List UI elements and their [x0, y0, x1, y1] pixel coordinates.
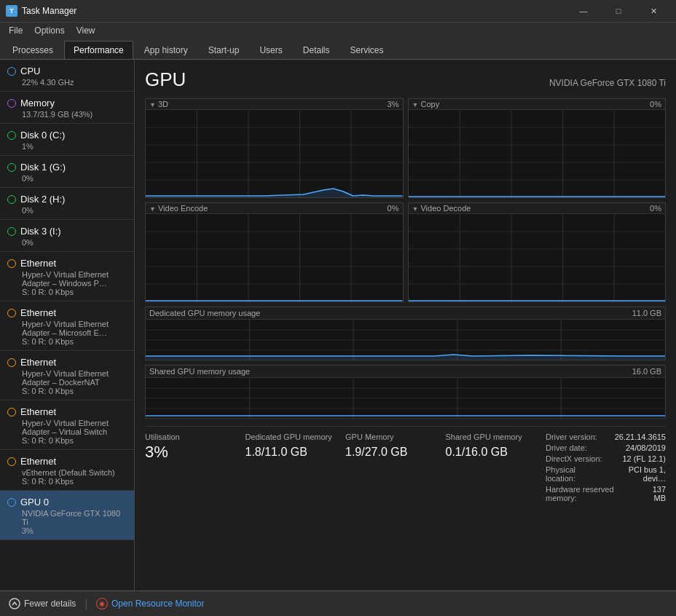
disk3-label: Disk 3 (I:) — [20, 226, 61, 237]
tab-processes[interactable]: Processes — [3, 41, 63, 59]
maximize-button[interactable]: □ — [602, 0, 635, 22]
memory-stats: 13.7/31.9 GB (43%) — [22, 110, 127, 119]
sidebar-item-eth1[interactable]: Ethernet Hyper-V Virtual Ethernet Adapte… — [0, 252, 134, 301]
shared-memory-label: Shared GPU memory usage — [149, 367, 250, 376]
sidebar-item-eth3[interactable]: Ethernet Hyper-V Virtual Ethernet Adapte… — [0, 351, 134, 400]
stat-utilisation: Utilisation 3% — [145, 433, 245, 505]
chart-copy-title: Copy — [420, 100, 439, 108]
up-arrow-icon — [9, 598, 20, 609]
close-button[interactable]: ✕ — [637, 0, 670, 22]
disk1-stats: 0% — [22, 174, 127, 183]
memory-label: Memory — [20, 98, 55, 108]
right-panel: GPU NVIDIA GeForce GTX 1080 Ti ▼ 3D 3% — [135, 60, 676, 591]
chart-video-encode-label: ▼ Video Encode 0% — [146, 203, 403, 214]
info-hw-reserved-value: 137 MB — [640, 485, 666, 502]
info-driver-version-value: 26.21.14.3615 — [615, 433, 666, 441]
sidebar-item-disk3[interactable]: Disk 3 (I:) 0% — [0, 220, 134, 252]
sidebar-item-memory[interactable]: Memory 13.7/31.9 GB (43%) — [0, 92, 134, 124]
info-physical-location-label: Physical location: — [546, 465, 605, 483]
stat-shared-value: 0.1/16.0 GB — [446, 443, 546, 459]
eth1-stats: S: 0 R: 0 Kbps — [22, 288, 127, 296]
eth2-adapter: Hyper-V Virtual Ethernet Adapter – Micro… — [22, 320, 127, 337]
eth4-status-dot — [7, 408, 16, 416]
info-hw-reserved-label: Hardware reserved memory: — [546, 485, 640, 502]
open-resource-monitor-button[interactable]: ◉ Open Resource Monitor — [96, 598, 204, 609]
stat-dedicated-mem: Dedicated GPU memory 1.8/11.0 GB — [245, 433, 346, 505]
gpu0-status-dot — [7, 498, 16, 507]
gpu-header: GPU NVIDIA GeForce GTX 1080 Ti — [145, 68, 666, 91]
shared-memory-chart: Shared GPU memory usage 16.0 GB — [145, 365, 666, 419]
tab-app-history[interactable]: App history — [135, 41, 197, 59]
eth5-stats: S: 0 R: 0 Kbps — [22, 477, 127, 486]
chart-video-encode-svg — [146, 214, 403, 301]
dedicated-memory-header: Dedicated GPU memory usage 11.0 GB — [146, 307, 665, 320]
eth2-stats: S: 0 R: 0 Kbps — [22, 337, 127, 346]
chart-video-encode-title: Video Encode — [158, 204, 208, 213]
open-resource-monitor-link[interactable]: Open Resource Monitor — [111, 599, 204, 609]
stat-shared-mem: Shared GPU memory 0.1/16.0 GB — [446, 433, 546, 505]
titlebar-title: Task Manager — [22, 6, 567, 16]
sidebar-item-disk1[interactable]: Disk 1 (G:) 0% — [0, 156, 134, 188]
info-physical-location-value: PCI bus 1, devi… — [605, 465, 666, 483]
bottombar: Fewer details | ◉ Open Resource Monitor — [0, 591, 676, 616]
sidebar-item-eth4[interactable]: Ethernet Hyper-V Virtual Ethernet Adapte… — [0, 400, 134, 450]
chart-3d: ▼ 3D 3% — [145, 98, 404, 198]
chart-3d-label: ▼ 3D 3% — [146, 99, 403, 110]
tab-startup[interactable]: Start-up — [199, 41, 249, 59]
chart-3d-svg — [146, 110, 403, 197]
memory-status-dot — [7, 99, 16, 108]
sidebar-item-disk2[interactable]: Disk 2 (H:) 0% — [0, 188, 134, 220]
main-content: CPU 22% 4.30 GHz Memory 13.7/31.9 GB (43… — [0, 60, 676, 591]
fewer-details-button[interactable]: Fewer details — [9, 598, 76, 609]
info-driver-date-label: Driver date: — [546, 443, 587, 452]
gpu0-usage: 3% — [22, 526, 127, 535]
cpu-label: CPU — [20, 66, 40, 76]
stat-utilisation-value: 3% — [145, 443, 245, 462]
cpu-status-dot — [7, 67, 16, 76]
info-driver-date: Driver date: 24/08/2019 — [546, 443, 666, 452]
gpu0-label: GPU 0 — [20, 497, 49, 508]
titlebar-controls: — □ ✕ — [567, 0, 670, 22]
menu-file[interactable]: File — [3, 24, 28, 37]
info-directx: DirectX version: 12 (FL 12.1) — [546, 454, 666, 463]
cpu-stats: 22% 4.30 GHz — [22, 78, 127, 87]
chart-video-decode-label: ▼ Video Decode 0% — [409, 203, 666, 214]
separator: | — [84, 598, 87, 609]
stat-gpu-mem: GPU Memory 1.9/27.0 GB — [345, 433, 446, 505]
stat-gpu-mem-value: 1.9/27.0 GB — [345, 443, 446, 459]
gpu0-model: NVIDIA GeForce GTX 1080 Ti — [22, 509, 127, 526]
chart-video-encode: ▼ Video Encode 0% — [145, 202, 404, 302]
sidebar-item-eth5[interactable]: Ethernet vEthernet (Default Switch) S: 0… — [0, 450, 134, 491]
chart-video-decode-title: Video Decode — [420, 204, 471, 213]
chart-copy: ▼ Copy 0% — [408, 98, 667, 198]
eth1-status-dot — [7, 259, 16, 268]
fewer-details-label: Fewer details — [24, 599, 76, 609]
tab-users[interactable]: Users — [250, 41, 291, 59]
minimize-button[interactable]: — — [567, 0, 600, 22]
tab-services[interactable]: Services — [340, 41, 393, 59]
sidebar-item-gpu0[interactable]: GPU 0 NVIDIA GeForce GTX 1080 Ti 3% — [0, 491, 134, 540]
sidebar-item-eth2[interactable]: Ethernet Hyper-V Virtual Ethernet Adapte… — [0, 301, 134, 351]
info-driver-date-value: 24/08/2019 — [626, 443, 666, 452]
eth1-label: Ethernet — [20, 258, 56, 269]
disk0-label: Disk 0 (C:) — [20, 130, 65, 141]
svg-point-48 — [9, 599, 20, 609]
menu-options[interactable]: Options — [28, 24, 70, 37]
chart-copy-percent: 0% — [650, 100, 661, 108]
eth3-stats: S: 0 R: 0 Kbps — [22, 387, 127, 395]
app-icon: T — [6, 5, 17, 17]
shared-memory-header: Shared GPU memory usage 16.0 GB — [146, 366, 665, 378]
chart-3d-area — [146, 110, 403, 197]
charts-grid-top: ▼ 3D 3% — [145, 98, 666, 302]
eth4-stats: S: 0 R: 0 Kbps — [22, 436, 127, 445]
sidebar-item-cpu[interactable]: CPU 22% 4.30 GHz — [0, 60, 134, 92]
tab-performance[interactable]: Performance — [64, 41, 133, 59]
eth4-label: Ethernet — [20, 406, 56, 417]
gpu-title: GPU — [145, 68, 186, 91]
info-driver-version-label: Driver version: — [546, 433, 597, 441]
tab-details[interactable]: Details — [294, 41, 339, 59]
chart-copy-area — [409, 110, 666, 197]
menu-view[interactable]: View — [71, 24, 101, 37]
dedicated-memory-chart: Dedicated GPU memory usage 11.0 GB — [145, 307, 666, 360]
sidebar-item-disk0[interactable]: Disk 0 (C:) 1% — [0, 124, 134, 156]
